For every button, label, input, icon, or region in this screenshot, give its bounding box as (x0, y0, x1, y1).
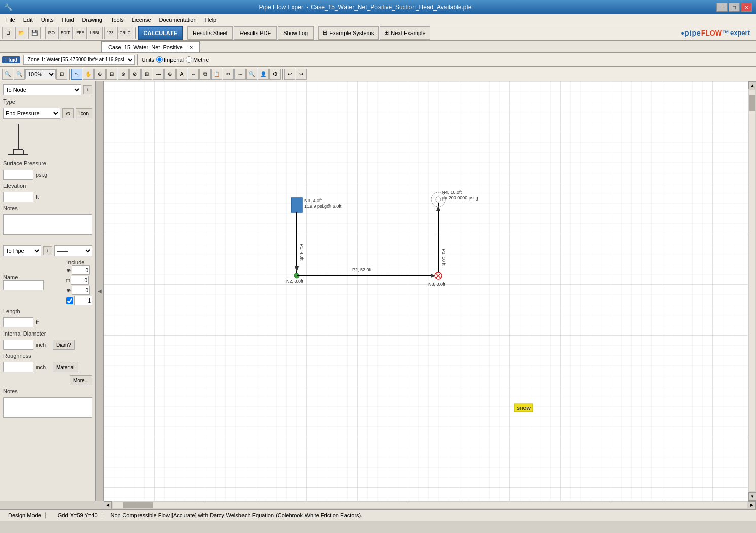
valve-tool[interactable]: ⊘ (129, 69, 141, 80)
pump-tool[interactable]: ⊗ (118, 69, 129, 80)
menu-tools[interactable]: Tools (107, 16, 128, 24)
menu-documentation[interactable]: Documentation (155, 16, 201, 24)
notes-label: Notes (3, 205, 92, 211)
zoom-region-tool[interactable]: 🔍 (246, 69, 257, 80)
pan-tool[interactable]: ✋ (83, 69, 94, 80)
elevation-input[interactable]: 0 (3, 192, 33, 202)
icon-toggle-btn[interactable]: ⊙ (62, 108, 74, 118)
menu-drawing[interactable]: Drawing (78, 16, 107, 24)
close-button[interactable]: ✕ (741, 3, 752, 12)
toolbar-separator-4 (316, 27, 316, 39)
icon-btn[interactable]: Icon (76, 108, 92, 118)
menu-units[interactable]: Units (37, 16, 58, 24)
edit-button[interactable]: EDIT (58, 27, 73, 39)
vscroll-thumb[interactable] (749, 95, 755, 111)
metric-radio[interactable] (186, 56, 192, 63)
pfe-button[interactable]: PFE (74, 27, 87, 39)
redo-button[interactable]: ↪ (296, 69, 307, 80)
imperial-radio-label[interactable]: Imperial (156, 56, 184, 63)
metric-radio-label[interactable]: Metric (186, 56, 209, 63)
dim-tool[interactable]: ↔ (188, 69, 199, 80)
include-val-4[interactable] (74, 296, 92, 305)
scroll-left-btn[interactable]: ◀ (104, 501, 112, 509)
flow-tool[interactable]: → (234, 69, 246, 80)
delete-tool[interactable]: ✂ (223, 69, 234, 80)
length-unit: ft (36, 319, 51, 325)
zoom-in-button[interactable]: 🔍 (2, 69, 13, 80)
vertical-scrollbar[interactable]: ▲ ▼ (748, 81, 756, 501)
tank-tool[interactable]: ⊟ (106, 69, 117, 80)
include-val-1[interactable] (72, 265, 90, 275)
results-pdf-button[interactable]: Results PDF (234, 26, 277, 40)
results-sheet-button[interactable]: Results Sheet (187, 26, 233, 40)
pipe-style-select[interactable]: —— (54, 245, 92, 256)
to-node-select[interactable]: To Node (3, 84, 81, 95)
paste-tool[interactable]: 📋 (211, 69, 222, 80)
canvas-area[interactable]: P1, 4.0ft N2, 0.0ft P2, 52.0ft N3, 0.0ft (104, 81, 756, 501)
n1-tank[interactable] (291, 198, 302, 212)
menu-help[interactable]: Help (201, 16, 221, 24)
scroll-right-btn[interactable]: ▶ (748, 501, 756, 509)
units-group: Units Imperial Metric (142, 56, 209, 63)
zoom-out-button[interactable]: 🔍 (14, 69, 25, 80)
user-tool[interactable]: 👤 (258, 69, 269, 80)
settings-tool[interactable]: ⚙ (269, 69, 281, 80)
pipe-name-input[interactable] (3, 280, 44, 290)
zoom-select[interactable]: 100% 75% 150% 200% (25, 69, 56, 79)
length-input[interactable]: 0 (3, 317, 33, 327)
save-button[interactable]: 💾 (28, 27, 41, 39)
next-example-button[interactable]: ⊞ Next Example (380, 26, 430, 40)
roughness-input[interactable]: 0 (3, 362, 33, 372)
scroll-up-btn[interactable]: ▲ (748, 81, 756, 89)
pipe-notes-input[interactable] (3, 397, 92, 418)
include-val-3[interactable] (72, 286, 90, 295)
maximize-button[interactable]: □ (729, 3, 740, 12)
text-tool[interactable]: A (176, 69, 187, 80)
lrbl-button[interactable]: LRBL (88, 27, 103, 39)
calc-123-button[interactable]: 123 (104, 27, 116, 39)
to-pipe-select[interactable]: To Pipe (3, 245, 41, 256)
fluid-select[interactable]: Zone 1: Water [55.475000 lb/ft³ at 119.9… (23, 55, 135, 65)
int-diameter-input[interactable]: 0 (3, 340, 33, 350)
fit-button[interactable]: ⊡ (56, 69, 67, 80)
menu-license[interactable]: License (128, 16, 155, 24)
add-pipe-btn[interactable]: + (43, 246, 52, 255)
diam-btn[interactable]: Diam? (53, 340, 75, 350)
end-pressure-select[interactable]: End Pressure (3, 108, 60, 119)
menu-edit[interactable]: Edit (19, 16, 37, 24)
menu-fluid[interactable]: Fluid (58, 16, 78, 24)
scroll-down-btn[interactable]: ▼ (748, 492, 756, 501)
node-notes-input[interactable] (3, 214, 92, 235)
new-button[interactable]: 🗋 (2, 27, 14, 39)
include-val-2[interactable] (71, 276, 89, 285)
active-tab[interactable]: Case_15_Water_Net_Positive_ × (101, 41, 200, 52)
horizontal-scrollbar: ◀ ▶ (104, 501, 756, 509)
example-systems-button[interactable]: ⊞ Example Systems (318, 26, 379, 40)
include-check-4[interactable] (66, 297, 73, 304)
minimize-button[interactable]: – (716, 3, 728, 12)
add-node-tool[interactable]: ⊕ (94, 69, 106, 80)
copy-tool[interactable]: ⧉ (199, 69, 211, 80)
select-tool[interactable]: ↖ (71, 69, 82, 80)
add-node-btn[interactable]: + (83, 85, 92, 94)
open-button[interactable]: 📂 (15, 27, 27, 39)
menu-file[interactable]: File (2, 16, 19, 24)
collapse-panel[interactable]: ◀ (96, 81, 104, 501)
more-btn[interactable]: More... (70, 375, 92, 385)
show-log-button[interactable]: Show Log (278, 26, 314, 40)
calculate-button[interactable]: CALCULATE (138, 26, 183, 40)
undo-button[interactable]: ↩ (284, 69, 295, 80)
n4-node-inner (436, 197, 441, 202)
component-tool[interactable]: ⊕ (164, 69, 176, 80)
material-btn[interactable]: Material (53, 362, 78, 372)
logo: ● pipe FLOW ™ expert (681, 29, 750, 37)
imperial-radio[interactable] (156, 56, 163, 63)
junction-tool[interactable]: ⊞ (141, 69, 152, 80)
pipe-tool[interactable]: — (153, 69, 164, 80)
iso-button[interactable]: ISO (45, 27, 57, 39)
type-row: Type (3, 98, 92, 105)
surface-pressure-input[interactable]: 0 (3, 170, 33, 180)
hscroll-thumb[interactable] (123, 502, 153, 508)
crlc-button[interactable]: CRLC (117, 27, 133, 39)
tab-close-icon[interactable]: × (190, 44, 193, 50)
